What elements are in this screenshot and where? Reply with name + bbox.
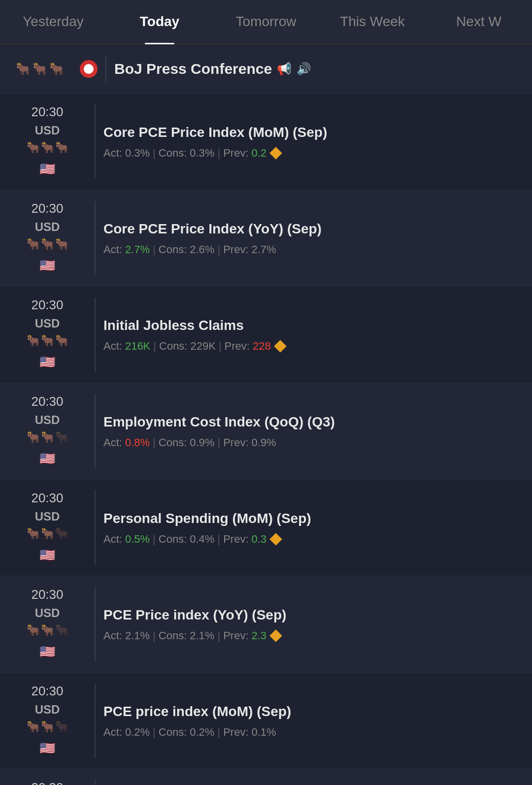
prev-value: 0.1% — [252, 726, 276, 739]
event-title: Initial Jobless Claims — [103, 317, 524, 334]
nav-tab-next[interactable]: Next W — [426, 0, 532, 43]
divider — [95, 297, 96, 372]
cons-value: 2.1% — [190, 629, 214, 642]
time-label: 20:30 — [31, 394, 63, 409]
currency-label: USD — [35, 317, 60, 330]
bull-icon: 🐂 — [41, 720, 54, 733]
flag-icon: 🇺🇸 — [37, 642, 57, 661]
act-label: Act: — [103, 147, 122, 160]
event-stats: Act: 2.1% | Cons: 2.1% | Prev: 2.3 — [103, 629, 524, 642]
meta-col: 20:30 USD 🐂🐂🐂 🇺🇸 — [8, 491, 87, 565]
bull-icon: 🐂 — [27, 431, 40, 444]
nav-tab-today[interactable]: Today — [106, 0, 213, 43]
divider — [95, 780, 96, 785]
nav-tab-yesterday[interactable]: Yesterday — [0, 0, 106, 43]
event-title: PCE Price index (YoY) (Sep) — [103, 606, 524, 624]
divider — [95, 684, 96, 758]
prev-label: Prev: — [223, 436, 248, 449]
bull-indicators: 🐂🐂🐂 — [27, 720, 68, 733]
prev-label: Prev: — [223, 147, 248, 160]
act-value: 0.5% — [125, 533, 150, 546]
prev-value: 0.3 — [252, 533, 267, 546]
nav-tab-this-week[interactable]: This Week — [319, 0, 426, 43]
currency-label: USD — [35, 703, 60, 717]
flag-icon: 🇺🇸 — [37, 256, 57, 275]
nav-tabs: YesterdayTodayTomorrowThis WeekNext W — [0, 0, 532, 44]
bull-indicators: 🐂🐂🐂 — [27, 431, 68, 444]
act-label: Act: — [103, 243, 122, 256]
currency-label: USD — [35, 220, 60, 234]
time-label: 20:30 — [31, 104, 63, 120]
bull-icon: 🐂 — [27, 141, 40, 154]
currency-label: USD — [35, 413, 60, 427]
diamond-icon — [269, 147, 282, 159]
bull-icon: 🐂 — [27, 334, 40, 347]
bull-icon: 🐂 — [49, 62, 64, 76]
event-stats: Act: 0.8% | Cons: 0.9% | Prev: 0.9% — [103, 436, 524, 449]
cons-value: 229K — [191, 340, 216, 353]
bull-icon: 🐂 — [41, 141, 54, 154]
event-row: 20:30 USD 🐂🐂🐂 🇺🇸 PCE Price index (YoY) (… — [0, 576, 532, 673]
content-col: Initial Jobless Claims Act: 216K | Cons:… — [103, 297, 524, 372]
bull-icon: 🐂 — [41, 238, 54, 251]
cons-label: Cons: — [159, 147, 187, 160]
event-row: 20:30 USD 🐂🐂🐂 🇺🇸 Continuing Jobless Clai… — [0, 769, 532, 785]
bull-icon: 🐂 — [27, 624, 40, 637]
bull-indicators: 🐂🐂🐂 — [27, 334, 68, 347]
cons-label: Cons: — [159, 243, 187, 256]
prev-label: Prev: — [225, 340, 250, 353]
bull-icon: 🐂 — [41, 334, 54, 347]
event-row: 20:30 USD 🐂🐂🐂 🇺🇸 Personal Spending (MoM)… — [0, 480, 532, 576]
currency-label: USD — [35, 510, 60, 523]
act-label: Act: — [103, 726, 122, 739]
time-label: 20:30 — [31, 297, 63, 313]
divider — [95, 201, 96, 275]
meta-col: 20:30 USD 🐂🐂🐂 🇺🇸 — [8, 780, 87, 785]
divider — [95, 587, 96, 661]
bull-icon: 🐂 — [55, 238, 68, 251]
bull-icon: 🐂 — [41, 527, 54, 540]
event-title: BoJ Press Conference 📢 🔊 — [114, 61, 311, 77]
prev-value: 2.3 — [252, 629, 267, 642]
event-stats: Act: 0.5% | Cons: 0.4% | Prev: 0.3 — [103, 533, 524, 546]
divider — [105, 55, 106, 82]
live-indicator — [80, 60, 98, 78]
cons-value: 0.3% — [190, 147, 214, 160]
event-stats: Act: 0.2% | Cons: 0.2% | Prev: 0.1% — [103, 726, 524, 739]
currency-label: USD — [35, 606, 60, 620]
event-row: 20:30 USD 🐂🐂🐂 🇺🇸 Employment Cost Index (… — [0, 383, 532, 480]
meta-col: 20:30 USD 🐂🐂🐂 🇺🇸 — [8, 201, 87, 275]
content-col: Employment Cost Index (QoQ) (Q3) Act: 0.… — [103, 394, 524, 468]
megaphone-icon: 📢 — [277, 62, 292, 76]
act-value: 2.7% — [125, 243, 150, 256]
bull-icon-dim: 🐂 — [55, 431, 68, 444]
meta-col: 20:30 USD 🐂🐂🐂 🇺🇸 — [8, 104, 87, 179]
prev-label: Prev: — [223, 243, 248, 256]
act-value: 0.8% — [125, 436, 150, 449]
event-row: 20:30 USD 🐂🐂🐂 🇺🇸 Initial Jobless Claims … — [0, 287, 532, 383]
event-stats: Act: 0.3% | Cons: 0.3% | Prev: 0.2 — [103, 147, 524, 160]
bull-indicators: 🐂🐂🐂 — [27, 141, 68, 154]
bull-icon: 🐂 — [27, 527, 40, 540]
event-title: PCE price index (MoM) (Sep) — [103, 703, 524, 720]
divider — [95, 394, 96, 468]
bull-indicators: 🐂🐂🐂 — [27, 527, 68, 540]
nav-tab-tomorrow[interactable]: Tomorrow — [213, 0, 319, 43]
time-label: 20:30 — [31, 684, 63, 699]
prev-value: 0.2 — [252, 147, 267, 160]
act-label: Act: — [103, 533, 122, 546]
act-value: 216K — [125, 340, 150, 353]
event-title: Core PCE Price Index (MoM) (Sep) — [103, 124, 524, 141]
bull-indicators: 🐂🐂🐂 — [27, 238, 68, 251]
bull-icon: 🐂 — [41, 431, 54, 444]
flag-icon: 🇺🇸 — [37, 352, 57, 372]
flag-icon: 🇺🇸 — [37, 545, 57, 565]
diamond-icon — [274, 340, 286, 352]
bull-icon-dim: 🐂 — [55, 720, 68, 733]
event-row: 20:30 USD 🐂🐂🐂 🇺🇸 Core PCE Price Index (M… — [0, 94, 532, 190]
prev-label: Prev: — [223, 726, 248, 739]
event-row-boj: 🐂🐂🐂 BoJ Press Conference 📢 🔊 — [0, 44, 532, 94]
bull-icon: 🐂 — [27, 720, 40, 733]
bull-indicators: 🐂🐂🐂 — [8, 62, 72, 76]
bull-icon: 🐂 — [16, 62, 31, 76]
